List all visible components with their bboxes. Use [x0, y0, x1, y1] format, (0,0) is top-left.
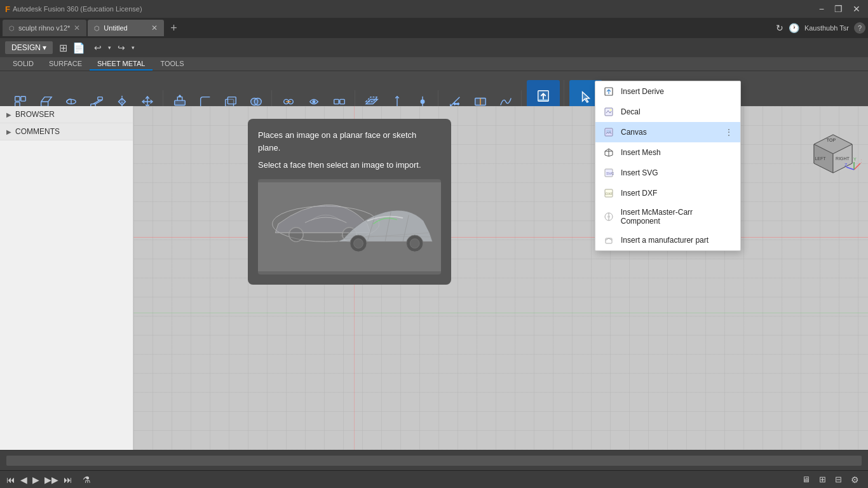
tab-tools[interactable]: TOOLS [153, 57, 191, 71]
help-icon[interactable]: ? [854, 22, 865, 34]
dropdown-item-svg[interactable]: SVG Insert SVG [595, 163, 740, 183]
tab-sculpt[interactable]: ⬡ sculpt rihno v12* ✕ [3, 20, 86, 36]
decal-icon [603, 106, 614, 118]
browser-arrow: ▶ [6, 111, 11, 118]
tab-sculpt-label: sculpt rihno v12* [18, 24, 70, 32]
grid-view-button[interactable]: ⊞ [817, 473, 829, 485]
tile-view-button[interactable]: ⊟ [832, 473, 844, 485]
window-controls: − ❐ ✕ [817, 4, 863, 14]
sync-icon[interactable]: ↻ [776, 23, 783, 33]
step-back-button[interactable]: ◀ [20, 475, 27, 485]
axis-line-horizontal2 [133, 313, 868, 313]
play-button[interactable]: ▶ [32, 475, 39, 485]
grid-icon[interactable]: ⊞ [58, 41, 69, 55]
step-forward-button[interactable]: ▶▶ [44, 475, 58, 485]
tab-solid[interactable]: SOLID [5, 57, 41, 71]
svg-label: Insert SVG [621, 168, 658, 177]
mesh-icon [603, 147, 614, 158]
go-to-start-button[interactable]: ⏮ [6, 475, 15, 485]
mcmaster-icon [603, 211, 614, 222]
status-bar: ⏮ ◀ ▶ ▶▶ ⏭ ⚗ 🖥 ⊞ ⊟ ⚙ [0, 470, 868, 488]
title-bar: F Autodesk Fusion 360 (Education License… [0, 0, 868, 18]
settings-button[interactable]: ⚙ [848, 473, 862, 486]
svg-text:⟷: ⟷ [454, 102, 459, 106]
svg-point-15 [254, 98, 261, 105]
svg-text:Z: Z [844, 163, 848, 167]
canvas-more-icon[interactable]: ⋮ [725, 128, 733, 137]
add-tab-button[interactable]: + [165, 22, 182, 35]
fusion-icon: F [5, 4, 10, 14]
tooltip-line2: Select a face then select an image to im… [258, 159, 441, 172]
svg-point-19 [313, 100, 315, 103]
derive-icon [603, 86, 614, 97]
derive-label: Insert Derive [621, 87, 664, 96]
browser-section[interactable]: ▶ BROWSER [0, 106, 133, 123]
display-mode-button[interactable]: 🖥 [799, 473, 813, 485]
tab-sheet-metal[interactable]: SHEET METAL [90, 57, 153, 71]
browser-label: BROWSER [15, 110, 55, 119]
decal-label: Decal [621, 107, 641, 116]
svg-text:Y: Y [853, 157, 857, 161]
dropdown-item-manufacturer[interactable]: Insert a manufacturer part [595, 230, 740, 250]
svg-point-50 [289, 227, 303, 241]
canvas-label: Canvas [621, 128, 647, 137]
quick-tools: ⊞ 📄 [58, 41, 86, 55]
clock-icon[interactable]: 🕐 [789, 23, 799, 33]
minimize-button[interactable]: − [817, 4, 827, 14]
tab-surface[interactable]: SURFACE [41, 57, 90, 71]
tooltip-text: Places an image on a planar face or sket… [258, 129, 441, 172]
svg-text:TOP: TOP [827, 138, 836, 142]
svg-line-44 [846, 167, 854, 170]
close-button[interactable]: ✕ [850, 4, 863, 14]
comments-section[interactable]: ▶ COMMENTS [0, 123, 133, 140]
svg-text:SVG: SVG [606, 172, 614, 175]
playback-controls: ⏮ ◀ ▶ ▶▶ ⏭ ⚗ [6, 475, 91, 485]
app-title: F Autodesk Fusion 360 (Education License… [5, 4, 142, 14]
go-to-end-button[interactable]: ⏭ [64, 475, 72, 485]
undo-dropdown[interactable]: ▾ [105, 43, 114, 52]
svg-text:RIGHT: RIGHT [836, 156, 850, 161]
manufacturer-icon [603, 234, 614, 246]
maximize-button[interactable]: ❐ [832, 4, 845, 14]
svg-rect-0 [15, 97, 20, 101]
dropdown-item-derive[interactable]: Insert Derive [595, 81, 740, 102]
svg-text:DXF: DXF [606, 192, 613, 196]
svg-icon: SVG [603, 167, 614, 179]
svg-rect-7 [98, 97, 102, 100]
view-controls: 🖥 ⊞ ⊟ ⚙ [799, 473, 862, 486]
user-name: Kausthubh Tsr [804, 24, 849, 32]
dropdown-item-mesh[interactable]: Insert Mesh [595, 142, 740, 163]
svg-point-61 [410, 238, 419, 248]
axis-line-horizontal [133, 237, 868, 238]
svg-text:LEFT: LEFT [815, 156, 826, 161]
undo-button[interactable]: ↩ [92, 41, 104, 54]
file-icon[interactable]: 📄 [71, 41, 86, 55]
dropdown-item-decal[interactable]: Decal [595, 102, 740, 122]
dxf-label: Insert DXF [621, 189, 657, 198]
timeline [0, 450, 868, 470]
viewcube[interactable]: TOP LEFT RIGHT X Y Z [804, 125, 855, 176]
canvas-icon [603, 126, 614, 138]
tab-sculpt-close[interactable]: ✕ [74, 24, 80, 32]
tooltip-line1: Places an image on a planar face or sket… [258, 129, 441, 154]
filter-button[interactable]: ⚗ [83, 475, 91, 485]
design-dropdown-button[interactable]: DESIGN ▾ [5, 41, 53, 54]
redo-button[interactable]: ↪ [115, 41, 128, 54]
app-title-text: Autodesk Fusion 360 (Education License) [13, 5, 142, 13]
timeline-track[interactable] [6, 456, 862, 466]
tab-untitled-icon: ⬡ [94, 25, 100, 32]
tab-untitled[interactable]: ⬡ Untitled ✕ [88, 20, 164, 36]
dropdown-item-canvas[interactable]: Canvas ⋮ [595, 122, 740, 142]
mesh-label: Insert Mesh [621, 148, 661, 157]
tab-sculpt-icon: ⬡ [9, 25, 15, 32]
manufacturer-label: Insert a manufacturer part [621, 236, 709, 245]
svg-rect-21 [340, 99, 344, 104]
tooltip-image [258, 179, 441, 274]
svg-text:X: X [861, 159, 862, 163]
dropdown-item-dxf[interactable]: DXF Insert DXF [595, 183, 740, 203]
dropdown-item-mcmaster[interactable]: Insert McMaster-Carr Component [595, 203, 740, 230]
redo-dropdown[interactable]: ▾ [129, 43, 137, 52]
mcmaster-label: Insert McMaster-Carr Component [621, 208, 733, 226]
tab-untitled-close[interactable]: ✕ [151, 24, 158, 32]
svg-point-59 [354, 238, 363, 248]
